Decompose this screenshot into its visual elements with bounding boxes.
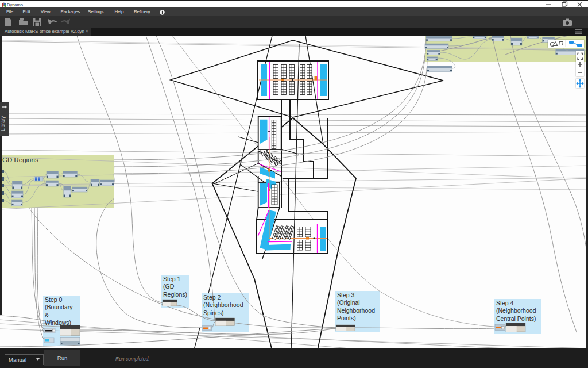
- svg-text:Spines): Spines): [203, 309, 224, 316]
- svg-text:Step 4: Step 4: [496, 300, 514, 306]
- svg-text:&: &: [45, 312, 49, 319]
- svg-text:Step 0: Step 0: [45, 296, 63, 303]
- svg-text:Step 3: Step 3: [337, 292, 355, 298]
- svg-text:Step 1: Step 1: [163, 275, 181, 282]
- svg-text:Step 2: Step 2: [203, 294, 221, 301]
- svg-text:(Neighborhood: (Neighborhood: [496, 307, 536, 314]
- svg-text:Windows): Windows): [45, 319, 71, 326]
- svg-text:(Neighborhood: (Neighborhood: [203, 301, 243, 308]
- svg-text:Neighborhood: Neighborhood: [337, 307, 375, 314]
- svg-text:(Boundary: (Boundary: [45, 304, 73, 310]
- svg-text:Central Points): Central Points): [496, 315, 536, 322]
- svg-text:Points): Points): [337, 315, 356, 321]
- svg-text:(Original: (Original: [337, 299, 360, 306]
- svg-text:Regions): Regions): [163, 291, 187, 298]
- svg-text:GD Regions: GD Regions: [2, 156, 38, 163]
- svg-text:(GD: (GD: [163, 283, 175, 290]
